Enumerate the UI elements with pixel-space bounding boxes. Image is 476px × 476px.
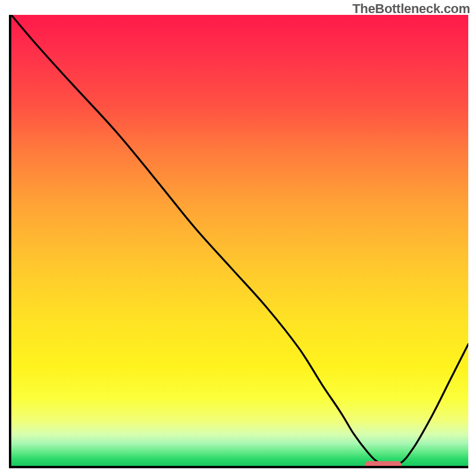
optimal-marker	[365, 461, 402, 468]
bottleneck-curve	[11, 15, 468, 466]
chart-container: TheBottleneck.com	[0, 0, 476, 476]
plot-area	[9, 15, 468, 468]
